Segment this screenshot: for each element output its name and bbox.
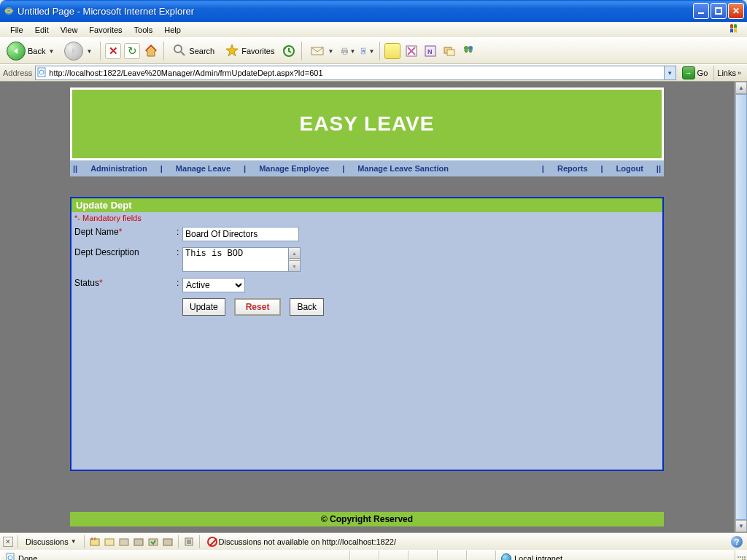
status-bar: Done Local intranet (0, 550, 747, 560)
search-button[interactable]: Search (169, 41, 218, 61)
url-input[interactable] (47, 69, 663, 77)
menu-edit[interactable]: Edit (29, 24, 55, 36)
nav-reports[interactable]: Reports (547, 164, 598, 173)
search-label: Search (189, 47, 214, 55)
url-field-wrap[interactable]: ▼ (35, 66, 676, 80)
update-dept-panel: Update Dept *- Mandatory fields Dept Nam… (70, 197, 664, 471)
svg-line-4 (181, 52, 185, 55)
help-icon[interactable]: ? (731, 536, 743, 548)
nav-manage-employee[interactable]: Manage Employee (249, 164, 339, 173)
forward-button[interactable]: ▼ (61, 41, 96, 61)
svg-rect-22 (105, 539, 114, 545)
status-done: Done (0, 551, 350, 560)
onenote-button[interactable]: N (422, 43, 438, 59)
separator (301, 42, 302, 61)
vertical-scrollbar[interactable]: ▲ ▼ (735, 82, 747, 532)
scroll-up-icon[interactable]: ▲ (289, 248, 300, 259)
go-arrow-icon: → (682, 66, 695, 79)
disc-icon-1[interactable] (89, 536, 101, 548)
page-icon (36, 67, 47, 79)
menu-view[interactable]: View (55, 24, 84, 36)
page-done-icon (5, 553, 15, 561)
nav-administration[interactable]: Administration (80, 164, 158, 173)
svg-point-18 (468, 46, 473, 50)
go-label: Go (697, 69, 708, 77)
back-arrow-icon (7, 42, 26, 61)
dept-name-input[interactable] (182, 227, 299, 241)
go-button[interactable]: → Go (679, 66, 711, 80)
discussions-close-button[interactable]: ✕ (3, 537, 13, 547)
nav-manage-leave-sanction[interactable]: Manage Leave Sanction (347, 164, 459, 173)
svg-point-17 (464, 46, 468, 50)
separator (163, 42, 164, 61)
disc-icon-3[interactable] (118, 536, 130, 548)
menu-tools[interactable]: Tools (128, 24, 159, 36)
nav-logout[interactable]: Logout (606, 164, 654, 173)
textarea-scrollbar[interactable]: ▲ ▼ (289, 247, 301, 272)
favorites-button[interactable]: Favorites (221, 41, 278, 61)
scroll-down-button[interactable]: ▼ (735, 520, 747, 532)
svg-point-3 (174, 45, 182, 52)
discussions-menu[interactable]: Discussions▼ (23, 537, 80, 547)
resize-grip[interactable] (735, 555, 747, 560)
discussions-label: Discussions (26, 537, 69, 546)
scroll-thumb[interactable] (735, 94, 747, 520)
separator (379, 42, 380, 61)
browser-viewport: EASY LEAVE || Administration | Manage Le… (0, 82, 747, 532)
app-navbar: || Administration | Manage Leave | Manag… (70, 160, 664, 176)
status-select[interactable]: Active (182, 278, 245, 292)
maximize-button[interactable] (711, 3, 727, 19)
mail-icon (310, 44, 325, 58)
dept-desc-textarea[interactable] (182, 247, 289, 272)
note-button[interactable] (384, 43, 400, 59)
globe-icon (501, 553, 511, 561)
refresh-button[interactable]: ↻ (124, 43, 140, 59)
app-banner: EASY LEAVE (70, 88, 664, 160)
disc-icon-2[interactable] (104, 536, 115, 548)
messenger-button[interactable] (460, 43, 476, 59)
scroll-down-icon[interactable]: ▼ (289, 260, 300, 271)
edit-button[interactable]: W▼ (359, 43, 375, 59)
mail-button[interactable]: ▼ (306, 41, 337, 61)
svg-text:N: N (427, 48, 433, 55)
dept-name-label: Dept Name* (74, 227, 177, 237)
menu-favorites[interactable]: Favorites (83, 24, 128, 36)
disc-subscribe-icon[interactable] (183, 536, 195, 548)
disc-icon-6[interactable] (162, 536, 174, 548)
discussions-status: Discussions not available on http://loca… (204, 536, 399, 548)
no-entry-icon (207, 537, 217, 547)
svg-rect-1 (698, 12, 704, 14)
back-button-form[interactable]: Back (290, 298, 324, 316)
menu-file[interactable]: File (4, 24, 29, 36)
url-dropdown-icon[interactable]: ▼ (664, 66, 676, 79)
star-icon (225, 43, 239, 59)
close-button[interactable]: ✕ (728, 3, 744, 19)
stop-button[interactable]: ✕ (105, 43, 121, 59)
forward-dropdown-icon[interactable]: ▼ (86, 48, 92, 55)
minimize-button[interactable] (693, 3, 709, 19)
favorites-label: Favorites (241, 47, 274, 55)
discussions-message: Discussions not available on http://loca… (219, 537, 396, 546)
search-icon (172, 43, 187, 59)
nav-manage-leave[interactable]: Manage Leave (166, 164, 241, 173)
app-title: EASY LEAVE (300, 112, 435, 136)
update-button[interactable]: Update (182, 298, 225, 316)
menubar: File Edit View Favorites Tools Help (0, 22, 747, 38)
print-button[interactable]: ▼ (340, 43, 356, 59)
disc-icon-5[interactable] (147, 536, 159, 548)
back-dropdown-icon[interactable]: ▼ (48, 48, 54, 55)
links-button[interactable]: Links » (713, 66, 744, 80)
reset-button[interactable]: Reset (234, 298, 282, 316)
research-button[interactable] (403, 43, 419, 59)
svg-rect-7 (343, 48, 347, 50)
home-button[interactable] (143, 43, 159, 59)
disc-icon-4[interactable] (133, 536, 144, 548)
scroll-up-button[interactable]: ▲ (735, 82, 747, 94)
window-title: Untitled Page - Microsoft Internet Explo… (18, 6, 693, 17)
history-button[interactable] (281, 43, 297, 59)
separator (100, 42, 101, 61)
panel-title: Update Dept (71, 198, 662, 212)
discuss-button[interactable] (441, 43, 457, 59)
menu-help[interactable]: Help (158, 24, 187, 36)
back-button[interactable]: Back ▼ (3, 41, 58, 61)
